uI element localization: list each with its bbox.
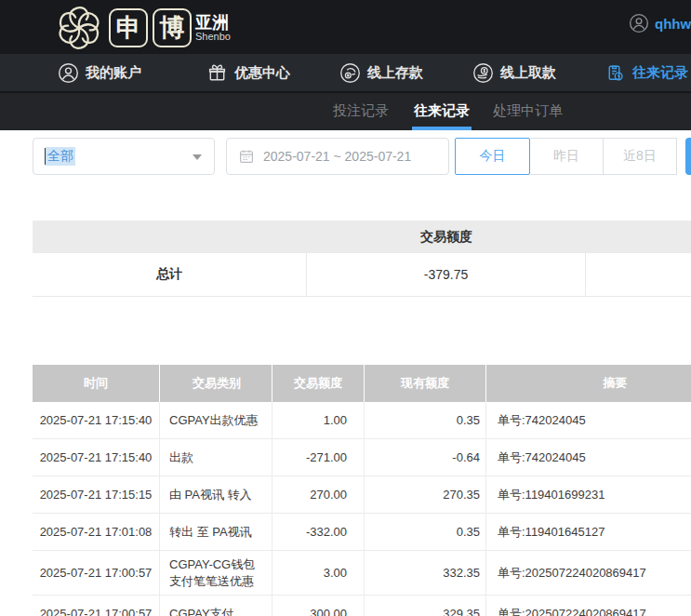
filter-bar: 全部 2025-07-21 ~ 2025-07-21 今日 昨日 近8日	[0, 130, 691, 179]
cell-amount: 3.00	[272, 551, 365, 595]
withdraw-icon	[472, 62, 494, 84]
cell-memo: 单号:742024045	[486, 402, 691, 438]
nav-item-withdraw[interactable]: 线上取款	[472, 54, 556, 91]
search-button[interactable]	[685, 138, 691, 175]
nav-label: 我的账户	[86, 64, 141, 82]
cell-time: 2025-07-21 17:00:57	[33, 551, 160, 595]
cell-time: 2025-07-21 17:00:57	[33, 596, 160, 616]
logo-region-text: 亚洲	[195, 14, 231, 32]
summary-empty-cell	[586, 253, 691, 296]
cell-amount: 300.00	[272, 596, 365, 616]
cell-memo: 单号:742024045	[486, 439, 691, 475]
records-tab-bar: 投注记录 往来记录 处理中订单	[0, 93, 691, 130]
nav-item-my-account[interactable]: 我的账户	[58, 54, 141, 91]
records-table: 时间 交易类别 交易额度 现有额度 摘要 2025-07-21 17:15:40…	[33, 365, 691, 616]
table-header-row: 时间 交易类别 交易额度 现有额度 摘要	[33, 365, 691, 402]
logo-subtitle: Shenbo	[195, 32, 231, 43]
account-icon	[58, 62, 79, 84]
cell-balance: -0.64	[365, 439, 486, 475]
user-avatar-icon	[629, 13, 649, 33]
cell-type: 出款	[160, 439, 272, 475]
deposit-icon	[339, 62, 361, 84]
calendar-icon	[238, 148, 255, 165]
yesterday-button[interactable]: 昨日	[530, 138, 604, 175]
date-range-value: 2025-07-21 ~ 2025-07-21	[263, 149, 411, 164]
table-row: 2025-07-21 17:01:08 转出 至 PA视讯 -332.00 0.…	[33, 514, 691, 551]
today-button[interactable]: 今日	[455, 138, 530, 175]
cell-memo: 单号:119401645127	[486, 514, 691, 550]
last-8-days-button[interactable]: 近8日	[604, 138, 677, 175]
table-row: 2025-07-21 17:00:57 CGPAY-CG钱包支付笔笔送优惠 3.…	[33, 551, 691, 596]
cell-memo: 单号:119401699231	[486, 476, 691, 513]
cell-amount: 270.00	[272, 476, 365, 513]
nav-label: 优惠中心	[234, 64, 290, 82]
summary-total-label: 总计	[33, 253, 307, 296]
cell-balance: 332.35	[365, 551, 486, 595]
summary-total-row: 总计 -379.75	[33, 253, 691, 297]
cell-memo: 单号:202507224020869417	[486, 551, 691, 595]
nav-item-records[interactable]: 往来记录	[605, 54, 688, 91]
main-navigation: 我的账户 优惠中心 线上存款 线上取款	[0, 54, 691, 93]
cell-time: 2025-07-21 17:15:15	[33, 476, 160, 513]
brand-logo[interactable]: 申 博 亚洲 Shenbo	[54, 3, 231, 53]
chevron-down-icon	[193, 154, 202, 160]
table-row: 2025-07-21 17:15:15 由 PA视讯 转入 270.00 270…	[33, 476, 691, 514]
cell-balance: 329.35	[365, 596, 486, 616]
quick-date-buttons: 今日 昨日 近8日	[455, 138, 677, 175]
summary-header-label: 交易额度	[307, 221, 586, 253]
nav-label: 线上取款	[500, 64, 556, 82]
gift-icon	[206, 62, 228, 84]
logo-char-shen: 申	[109, 8, 148, 47]
tab-processing-orders[interactable]: 处理中订单	[491, 93, 565, 130]
table-row: 2025-07-21 17:15:40 出款 -271.00 -0.64 单号:…	[33, 439, 691, 476]
cell-amount: -271.00	[272, 439, 365, 475]
cell-time: 2025-07-21 17:15:40	[33, 439, 160, 475]
logo-char-bo: 博	[153, 8, 192, 47]
nav-item-promotions[interactable]: 优惠中心	[206, 54, 290, 91]
nav-label: 往来记录	[632, 64, 688, 82]
cell-balance: 270.35	[365, 476, 486, 513]
transaction-type-select[interactable]: 全部	[33, 138, 215, 175]
summary-table: 交易额度 总计 -379.75	[33, 221, 691, 297]
username-text: qhhw	[655, 16, 691, 32]
nav-item-deposit[interactable]: 线上存款	[339, 54, 423, 91]
column-header-type: 交易类别	[160, 365, 272, 402]
records-icon	[605, 62, 626, 84]
cell-amount: 1.00	[272, 402, 365, 438]
column-header-time: 时间	[33, 365, 160, 402]
column-header-memo: 摘要	[486, 365, 691, 402]
cell-memo: 单号:202507224020869417	[486, 596, 691, 616]
table-row: 2025-07-21 17:15:40 CGPAY出款优惠 1.00 0.35 …	[33, 402, 691, 439]
summary-total-value: -379.75	[307, 253, 586, 296]
cell-amount: -332.00	[272, 514, 365, 550]
select-value: 全部	[46, 147, 75, 166]
date-range-input[interactable]: 2025-07-21 ~ 2025-07-21	[226, 138, 449, 175]
cell-type: CGPAY支付	[160, 596, 272, 616]
summary-header-row: 交易额度	[33, 221, 691, 253]
cell-balance: 0.35	[365, 514, 486, 550]
tab-transaction-records[interactable]: 往来记录	[412, 93, 472, 130]
top-bar: 申 博 亚洲 Shenbo qhhw	[0, 0, 691, 54]
tab-betting-records[interactable]: 投注记录	[331, 93, 391, 130]
column-header-balance: 现有额度	[365, 365, 486, 402]
flower-logo-icon	[54, 3, 104, 53]
cell-time: 2025-07-21 17:15:40	[33, 402, 160, 438]
table-row: 2025-07-21 17:00:57 CGPAY支付 300.00 329.3…	[33, 596, 691, 616]
cell-type: CGPAY出款优惠	[160, 402, 272, 438]
cell-balance: 0.35	[365, 402, 486, 438]
cell-type: 由 PA视讯 转入	[160, 476, 272, 513]
column-header-amount: 交易额度	[272, 365, 365, 402]
user-account[interactable]: qhhw	[629, 13, 691, 33]
nav-label: 线上存款	[367, 64, 423, 82]
cell-time: 2025-07-21 17:01:08	[33, 514, 160, 550]
cell-type: 转出 至 PA视讯	[160, 514, 272, 550]
cell-type: CGPAY-CG钱包支付笔笔送优惠	[160, 551, 272, 595]
